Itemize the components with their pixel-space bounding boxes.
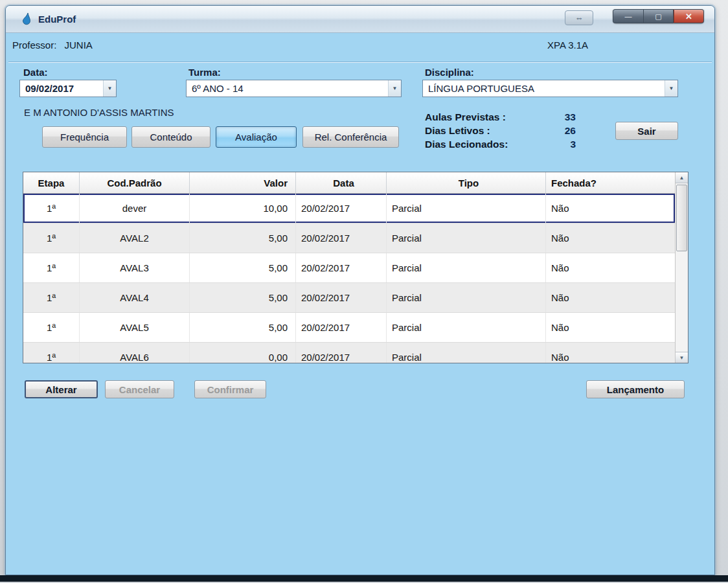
minimize-button[interactable]: —	[613, 9, 643, 23]
table-row[interactable]: 1ª AVAL4 5,00 20/02/2017 Parcial Não	[23, 283, 675, 313]
data-dropdown[interactable]: 09/02/2017 ▼	[19, 80, 117, 97]
cell-data: 20/02/2017	[296, 223, 387, 253]
cell-data: 20/02/2017	[296, 253, 387, 282]
window-title: EduProf	[38, 14, 76, 25]
cell-valor: 5,00	[190, 313, 296, 342]
tab-rel-conferencia-label: Rel. Conferência	[315, 131, 387, 143]
cell-valor: 0,00	[190, 343, 296, 363]
column-header-cod-padrao: Cod.Padrão	[80, 172, 190, 193]
disciplina-value: LÍNGUA PORTUGUESA	[423, 80, 665, 97]
maximize-icon: ▢	[655, 12, 661, 21]
sair-button[interactable]: Sair	[615, 122, 678, 140]
window-content: Professor: JUNIA XPA 3.1A Data: Turma: D…	[6, 33, 714, 575]
cell-cod-padrao: AVAL5	[80, 313, 190, 342]
tab-avaliacao[interactable]: Avaliação	[216, 126, 297, 148]
stat-dias-letivos: Dias Letivos : 26	[425, 125, 576, 139]
close-button[interactable]: ✕	[674, 9, 704, 23]
column-header-fechada: Fechada?	[546, 172, 675, 193]
titlebar[interactable]: EduProf ⇔ — ▢ ✕	[6, 6, 714, 33]
confirmar-button-label: Confirmar	[207, 384, 254, 395]
disciplina-dropdown[interactable]: LÍNGUA PORTUGUESA ▼	[422, 80, 678, 97]
confirmar-button: Confirmar	[194, 380, 266, 398]
cell-cod-padrao: dever	[80, 194, 190, 223]
cell-data: 20/02/2017	[296, 283, 387, 312]
table-row[interactable]: 1ª AVAL3 5,00 20/02/2017 Parcial Não	[23, 253, 675, 283]
cell-fechada: Não	[546, 283, 675, 312]
turma-dropdown[interactable]: 6º ANO - 14 ▼	[186, 80, 402, 97]
maximize-button[interactable]: ▢	[643, 9, 674, 23]
tab-conteudo-label: Conteúdo	[150, 131, 192, 143]
column-header-etapa: Etapa	[23, 172, 80, 193]
stat-dias-lecionados: Dias Lecionados: 3	[425, 139, 576, 152]
table-row[interactable]: 1ª AVAL5 5,00 20/02/2017 Parcial Não	[23, 313, 675, 343]
cell-etapa: 1ª	[23, 343, 80, 363]
cell-etapa: 1ª	[23, 194, 80, 223]
scrollbar-thumb[interactable]	[676, 185, 687, 251]
version-label: XPA 3.1A	[547, 40, 588, 51]
cell-data: 20/02/2017	[296, 313, 387, 342]
resize-arrows-button[interactable]: ⇔	[565, 10, 593, 25]
cell-etapa: 1ª	[23, 253, 80, 282]
cell-etapa: 1ª	[23, 283, 80, 312]
table-row[interactable]: 1ª AVAL2 5,00 20/02/2017 Parcial Não	[23, 223, 675, 253]
cell-cod-padrao: AVAL4	[80, 283, 190, 312]
scroll-down-icon: ▼	[679, 355, 685, 361]
data-label: Data:	[23, 67, 48, 78]
tab-frequencia[interactable]: Frequência	[42, 126, 127, 148]
chevron-down-icon[interactable]: ▼	[103, 80, 116, 97]
cell-tipo: Parcial	[387, 313, 546, 342]
cell-valor: 5,00	[190, 283, 296, 312]
disciplina-label: Disciplina:	[425, 67, 474, 78]
cell-fechada: Não	[546, 194, 675, 223]
cell-data: 20/02/2017	[296, 343, 387, 363]
scroll-up-icon: ▲	[679, 175, 685, 181]
cell-tipo: Parcial	[387, 194, 546, 223]
professor-name: JUNIA	[65, 40, 93, 51]
column-header-valor: Valor	[190, 172, 296, 193]
tab-frequencia-label: Frequência	[60, 131, 109, 143]
stat-label: Dias Lecionados:	[425, 139, 508, 152]
alterar-button-label: Alterar	[45, 384, 76, 395]
tab-conteudo[interactable]: Conteúdo	[131, 126, 210, 148]
cell-cod-padrao: AVAL2	[80, 223, 190, 253]
cancelar-button-label: Cancelar	[119, 384, 160, 395]
cancelar-button: Cancelar	[105, 380, 174, 398]
school-name: E M ANTONIO D'ASSIS MARTINS	[24, 107, 174, 118]
tab-avaliacao-label: Avaliação	[235, 131, 277, 143]
column-header-data: Data	[296, 172, 387, 193]
table-header: Etapa Cod.Padrão Valor Data Tipo Fechada…	[23, 172, 688, 194]
cell-tipo: Parcial	[387, 343, 546, 363]
tab-rel-conferencia[interactable]: Rel. Conferência	[302, 126, 399, 148]
chevron-down-icon[interactable]: ▼	[388, 80, 401, 97]
stat-aulas-previstas: Aulas Previstas : 33	[425, 111, 576, 125]
cell-fechada: Não	[546, 253, 675, 282]
sair-button-label: Sair	[637, 126, 655, 137]
cell-fechada: Não	[546, 343, 675, 363]
cell-tipo: Parcial	[387, 253, 546, 282]
scroll-down-button[interactable]: ▼	[676, 352, 688, 363]
cell-etapa: 1ª	[23, 223, 80, 253]
eduprof-window: EduProf ⇔ — ▢ ✕ Professor: JUNIA	[5, 5, 715, 575]
cell-valor: 5,00	[190, 253, 296, 282]
stat-label: Dias Letivos :	[425, 125, 490, 139]
scroll-up-button[interactable]: ▲	[676, 172, 688, 183]
vertical-scrollbar[interactable]: ▲ ▼	[675, 172, 688, 363]
chevron-down-icon[interactable]: ▼	[665, 80, 677, 97]
title-left: EduProf	[20, 12, 76, 25]
app-droplet-icon	[20, 12, 33, 25]
table-row[interactable]: 1ª dever 10,00 20/02/2017 Parcial Não	[23, 194, 675, 223]
lancamento-button[interactable]: Lançamento	[586, 380, 685, 398]
cell-tipo: Parcial	[387, 283, 546, 312]
stat-value: 33	[550, 111, 576, 125]
cell-cod-padrao: AVAL6	[80, 343, 190, 363]
cell-valor: 5,00	[190, 223, 296, 253]
cell-data: 20/02/2017	[296, 194, 387, 223]
table-row[interactable]: 1ª AVAL6 0,00 20/02/2017 Parcial Não	[23, 343, 675, 363]
alterar-button[interactable]: Alterar	[25, 380, 98, 398]
resize-arrows-icon: ⇔	[575, 13, 584, 23]
header-divider	[8, 62, 712, 63]
column-header-tipo: Tipo	[387, 172, 546, 193]
cell-fechada: Não	[546, 223, 675, 253]
data-value: 09/02/2017	[20, 80, 103, 97]
stats-panel: Aulas Previstas : 33 Dias Letivos : 26 D…	[425, 111, 576, 152]
